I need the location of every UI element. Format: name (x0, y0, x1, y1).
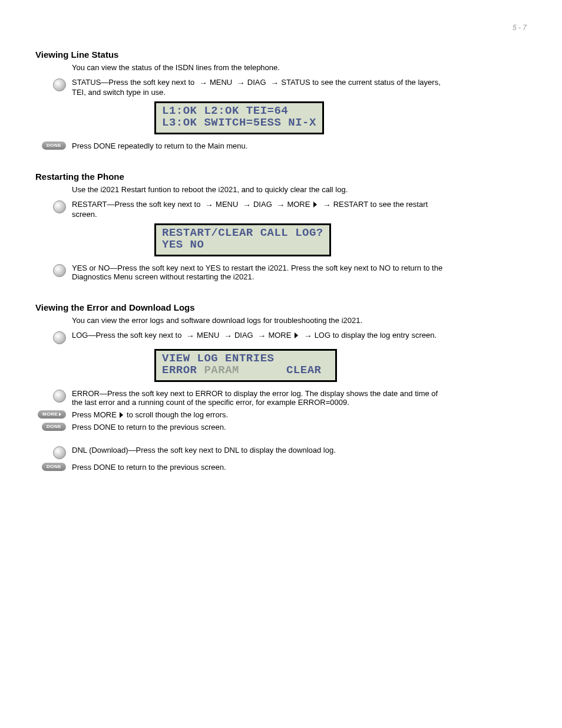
section-title-line-status: Viewing Line Status (35, 50, 527, 60)
softkey-circle-icon (53, 331, 66, 344)
more-triangle-icon (313, 202, 317, 207)
arrow-right-icon: → (184, 331, 197, 341)
softkey-circle-icon (53, 264, 66, 277)
lcd-line-status: L1:OK L2:OK TEI=64 L3:OK SWITCH=5ESS NI-… (154, 101, 324, 134)
dnl-step1: DNL (Download)—Press the soft key next t… (72, 446, 449, 454)
dnl-done1: Press DONE to return to the previous scr… (72, 463, 449, 472)
arrow-right-icon: → (274, 200, 287, 210)
restart-step1: RESTART—Press the soft key next to →MENU… (72, 200, 449, 219)
log-step2: ERROR—Press the soft key next to ERROR t… (72, 389, 449, 407)
done-button-icon: DONE (42, 423, 66, 431)
softkey-circle-icon (53, 78, 66, 91)
log-done1: Press DONE to return to the previous scr… (72, 423, 449, 431)
line-status-intro: You can view the status of the ISDN line… (72, 63, 449, 72)
more-triangle-icon (295, 332, 298, 338)
lcd-log: VIEW LOG ENTRIES ERROR PARAMCLEAR (154, 349, 337, 382)
arrow-right-icon: → (222, 331, 234, 341)
arrow-right-icon: → (302, 331, 315, 341)
section-title-log: Viewing the Error and Download Logs (35, 302, 527, 312)
more-button-icon: MORE (38, 410, 66, 419)
softkey-circle-icon (53, 200, 66, 213)
arrow-right-icon: → (234, 78, 247, 88)
line-status-step1: STATUS—Press the soft key next to →MENU … (72, 78, 449, 97)
done-button-icon: DONE (42, 463, 66, 471)
log-step1: LOG—Press the soft key next to →MENU →DI… (72, 331, 449, 341)
section-title-restart: Restarting the Phone (35, 172, 527, 182)
done-button-icon: DONE (42, 141, 66, 150)
page-number: 5 - 7 (35, 24, 527, 32)
restart-step2: YES or NO—Press the soft key next to YES… (72, 263, 449, 281)
arrow-right-icon: → (320, 200, 333, 210)
arrow-right-icon: → (197, 78, 210, 88)
log-more: Press MORE to scroll though the log erro… (72, 410, 449, 419)
softkey-circle-icon (53, 446, 66, 459)
line-status-done: Press DONE repeatedly to return to the M… (72, 141, 449, 150)
arrow-right-icon: → (268, 78, 281, 88)
restart-intro: Use the i2021 Restart funtion to reboot … (72, 185, 449, 194)
more-triangle-icon (120, 412, 123, 418)
lcd-restart: RESTART/CLEAR CALL LOG? YES NO (154, 223, 331, 256)
softkey-circle-icon (53, 390, 66, 403)
log-intro: You can view the error logs and software… (72, 316, 449, 325)
arrow-right-icon: → (255, 331, 268, 341)
arrow-right-icon: → (240, 200, 253, 210)
arrow-right-icon: → (203, 200, 216, 210)
